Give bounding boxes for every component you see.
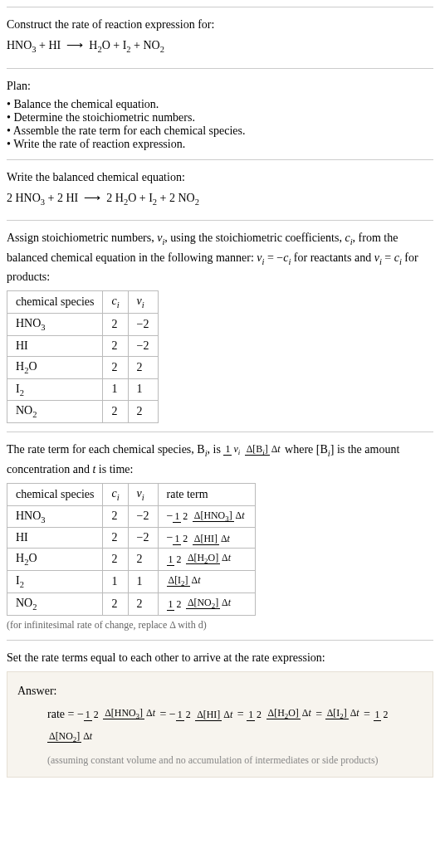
table-cell: I2 <box>7 378 103 401</box>
table-cell: 1 <box>128 378 158 401</box>
intro-equation: HNO3 + HI ⟶ H2O + I2 + NO2 <box>7 37 433 56</box>
final-intro: Set the rate terms equal to each other t… <box>7 649 433 666</box>
stoich-tbody: HNO32−2HI2−2H2O22I211NO222 <box>7 313 159 422</box>
table-cell: −2 <box>128 505 158 528</box>
plan-item: Write the rate of reaction expression. <box>7 138 433 151</box>
table-header: chemical species <box>7 291 103 314</box>
stoich-section: Assign stoichiometric numbers, νi, using… <box>7 220 433 432</box>
table-row: I211 <box>7 378 159 401</box>
table-row: HI2−2 <box>7 335 159 356</box>
table-cell: Δ[I2]Δt <box>158 571 255 593</box>
table-cell: 2 <box>103 356 128 378</box>
table-cell: −2 <box>128 528 158 549</box>
table-header: rate term <box>158 483 255 505</box>
answer-expression: rate = −12 Δ[HNO3]Δt = −12 Δ[HI]Δt = 12 … <box>47 703 423 749</box>
table-cell: 2 <box>103 549 128 571</box>
table-header: ci <box>103 291 128 314</box>
rate-intro: The rate term for each chemical species,… <box>7 441 433 478</box>
balanced-section: Write the balanced chemical equation: 2 … <box>7 159 433 221</box>
rate-tbody: HNO32−2−12 Δ[HNO3]ΔtHI2−2−12 Δ[HI]ΔtH2O2… <box>7 505 256 615</box>
table-cell: −12 Δ[HNO3]Δt <box>158 505 255 528</box>
table-row: HNO32−2 <box>7 313 159 335</box>
table-header: νi <box>128 291 158 314</box>
intro-section: Construct the rate of reaction expressio… <box>7 7 433 68</box>
intro-title: Construct the rate of reaction expressio… <box>7 16 433 33</box>
table-cell: HNO3 <box>7 313 103 335</box>
table-row: HI2−2−12 Δ[HI]Δt <box>7 528 256 549</box>
stoich-table: chemical species ci νi HNO32−2HI2−2H2O22… <box>7 290 159 423</box>
answer-title: Answer: <box>17 682 423 700</box>
table-cell: 12 Δ[H2O]Δt <box>158 549 255 571</box>
plan-section: Plan: Balance the chemical equation. Det… <box>7 68 433 159</box>
rate-section: The rate term for each chemical species,… <box>7 432 433 640</box>
table-cell: NO2 <box>7 401 103 423</box>
table-cell: 2 <box>128 592 158 615</box>
table-row: H2O22 <box>7 356 159 378</box>
table-cell: 1 <box>128 571 158 593</box>
table-cell: 2 <box>128 356 158 378</box>
table-header: νi <box>128 483 158 505</box>
rate-table: chemical species ci νi rate term HNO32−2… <box>7 483 256 616</box>
table-cell: 2 <box>103 592 128 615</box>
balanced-title: Write the balanced chemical equation: <box>7 168 433 186</box>
table-row: NO222 <box>7 401 159 423</box>
table-cell: 2 <box>103 335 128 356</box>
table-cell: HNO3 <box>7 505 103 528</box>
table-header: ci <box>103 483 128 505</box>
table-cell: 2 <box>103 401 128 423</box>
table-row: H2O2212 Δ[H2O]Δt <box>7 549 256 571</box>
table-header: chemical species <box>7 483 103 505</box>
plan-title: Plan: <box>7 77 433 95</box>
table-cell: 1 <box>103 571 128 593</box>
table-row: NO22212 Δ[NO2]Δt <box>7 592 256 615</box>
table-cell: −2 <box>128 335 158 356</box>
answer-box: Answer: rate = −12 Δ[HNO3]Δt = −12 Δ[HI]… <box>7 671 433 778</box>
table-row: HNO32−2−12 Δ[HNO3]Δt <box>7 505 256 528</box>
table-cell: −12 Δ[HI]Δt <box>158 528 255 549</box>
table-cell: 2 <box>128 549 158 571</box>
table-cell: H2O <box>7 356 103 378</box>
table-cell: 2 <box>103 528 128 549</box>
plan-list: Balance the chemical equation. Determine… <box>7 98 433 151</box>
table-cell: 1 <box>103 378 128 401</box>
table-row: I211Δ[I2]Δt <box>7 571 256 593</box>
answer-note: (assuming constant volume and no accumul… <box>47 754 423 767</box>
table-cell: 2 <box>128 401 158 423</box>
table-cell: 2 <box>103 313 128 335</box>
table-cell: −2 <box>128 313 158 335</box>
plan-item: Balance the chemical equation. <box>7 98 433 111</box>
table-cell: 2 <box>103 505 128 528</box>
stoich-intro: Assign stoichiometric numbers, νi, using… <box>7 229 433 285</box>
plan-item: Assemble the rate term for each chemical… <box>7 124 433 138</box>
table-cell: 12 Δ[NO2]Δt <box>158 592 255 615</box>
balanced-equation: 2 HNO3 + 2 HI ⟶ 2 H2O + I2 + 2 NO2 <box>7 189 433 209</box>
table-cell: NO2 <box>7 592 103 615</box>
table-cell: H2O <box>7 549 103 571</box>
table-cell: HI <box>7 335 103 356</box>
table-cell: I2 <box>7 571 103 593</box>
final-section: Set the rate terms equal to each other t… <box>7 640 433 786</box>
infinitesimal-note: (for infinitesimal rate of change, repla… <box>7 619 433 631</box>
plan-item: Determine the stoichiometric numbers. <box>7 111 433 124</box>
table-cell: HI <box>7 528 103 549</box>
